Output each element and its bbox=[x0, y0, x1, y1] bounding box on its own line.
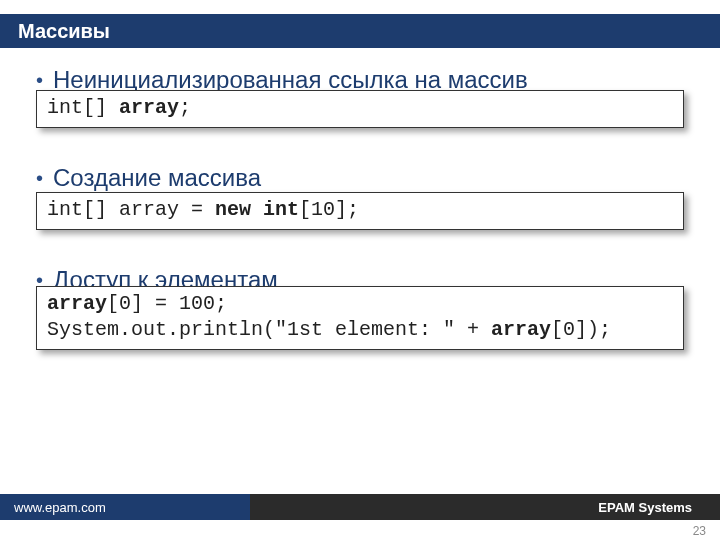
bullet-icon: • bbox=[36, 164, 43, 192]
code-plain: int[] bbox=[47, 96, 119, 119]
footer-brand: EPAM Systems bbox=[598, 500, 692, 515]
code-box-2: int[] array = new int[10]; bbox=[36, 192, 684, 230]
footer-left: www.epam.com bbox=[0, 494, 250, 520]
footer-bar: www.epam.com EPAM Systems bbox=[0, 494, 720, 520]
slide-content: • Неинициализированная ссылка на массив … bbox=[0, 48, 720, 350]
code-tail: [10]; bbox=[299, 198, 359, 221]
bullet-row: • Создание массива bbox=[36, 164, 684, 192]
top-stripe bbox=[0, 0, 720, 14]
section-2: • Создание массива int[] array = new int… bbox=[36, 164, 684, 230]
code-tail: ; bbox=[179, 96, 191, 119]
slide-title: Массивы bbox=[18, 20, 110, 42]
footer: www.epam.com EPAM Systems bbox=[0, 494, 720, 520]
footer-right: EPAM Systems bbox=[250, 494, 720, 520]
code-box-3: array[0] = 100; System.out.println("1st … bbox=[36, 286, 684, 350]
slide-title-bar: Массивы bbox=[0, 14, 720, 48]
code-bold: array bbox=[119, 96, 179, 119]
code-box-1: int[] array; bbox=[36, 90, 684, 128]
code-line-1: array[0] = 100; bbox=[47, 291, 673, 317]
page-number: 23 bbox=[693, 524, 706, 538]
code-plain: int[] array = bbox=[47, 198, 215, 221]
section-3: • Доступ к элементам array[0] = 100; Sys… bbox=[36, 266, 684, 350]
footer-url: www.epam.com bbox=[14, 500, 106, 515]
bullet-text-2: Создание массива bbox=[53, 164, 261, 192]
code-line-2: System.out.println("1st element: " + arr… bbox=[47, 317, 673, 343]
section-1: • Неинициализированная ссылка на массив … bbox=[36, 66, 684, 128]
code-bold: new int bbox=[215, 198, 299, 221]
